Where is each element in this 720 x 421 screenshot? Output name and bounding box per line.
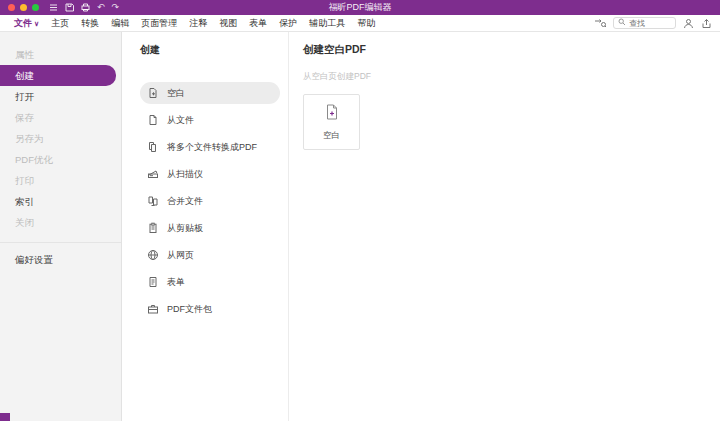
multiple-files-icon <box>147 141 159 153</box>
sidebar-item-properties: 属性 <box>0 44 121 65</box>
sidebar-item-save: 保存 <box>0 107 121 128</box>
redo-icon[interactable]: ↷ <box>112 3 120 12</box>
create-item-from-web[interactable]: 从网页 <box>140 244 280 266</box>
menu-view[interactable]: 视图 <box>213 15 243 32</box>
menu-accessibility[interactable]: 辅助工具 <box>303 15 351 32</box>
create-item-from-clipboard[interactable]: 从剪贴板 <box>140 217 280 239</box>
menu-file[interactable]: 文件∨ <box>8 15 45 32</box>
menu-form[interactable]: 表单 <box>243 15 273 32</box>
card-label: 空白 <box>323 130 340 142</box>
chevron-down-icon: ∨ <box>34 20 39 27</box>
find-and-replace-icon[interactable] <box>594 18 606 28</box>
menu-edit[interactable]: 编辑 <box>105 15 135 32</box>
create-item-pdf-portfolio[interactable]: PDF文件包 <box>140 298 280 320</box>
scanner-icon <box>147 168 159 180</box>
blank-doc-icon <box>147 87 159 99</box>
form-icon <box>147 276 159 288</box>
create-item-label: 将多个文件转换成PDF <box>167 141 257 154</box>
menu-page-organize[interactable]: 页面管理 <box>135 15 183 32</box>
new-blank-doc-icon <box>323 103 341 125</box>
clipboard-icon <box>147 222 159 234</box>
detail-panel: 创建空白PDF 从空白页创建PDF 空白 <box>289 32 720 421</box>
sidebar-item-print: 打印 <box>0 170 121 191</box>
panel-title: 创建 <box>140 43 288 57</box>
create-item-form[interactable]: 表单 <box>140 271 280 293</box>
share-icon[interactable] <box>701 18 712 29</box>
create-item-label: 从扫描仪 <box>167 168 203 181</box>
create-options-panel: 创建 空白 从文件 将多个文件转换成PDF 从扫描仪 <box>122 32 289 421</box>
maximize-window-button[interactable] <box>32 4 39 11</box>
sidebar-item-save-as: 另存为 <box>0 128 121 149</box>
menu-help[interactable]: 帮助 <box>351 15 381 32</box>
blank-pdf-card[interactable]: 空白 <box>303 94 360 150</box>
app-window: ↶ ↷ 福昕PDF编辑器 文件∨ 主页 转换 编辑 页面管理 注释 视图 表单 … <box>0 0 720 421</box>
sidebar-item-open[interactable]: 打开 <box>0 86 121 107</box>
save-icon[interactable] <box>65 3 74 12</box>
create-item-label: 从文件 <box>167 114 194 127</box>
minimize-window-button[interactable] <box>20 4 27 11</box>
create-item-combine-files[interactable]: 合并文件 <box>140 190 280 212</box>
close-window-button[interactable] <box>8 4 15 11</box>
portfolio-icon <box>147 303 159 315</box>
create-item-label: 合并文件 <box>167 195 203 208</box>
window-controls <box>8 4 39 11</box>
sidebar-item-pdf-optimize: PDF优化 <box>0 149 121 170</box>
sidebar-item-create[interactable]: 创建 <box>0 65 116 86</box>
undo-icon[interactable]: ↶ <box>97 3 105 12</box>
create-item-label: PDF文件包 <box>167 303 212 316</box>
search-box <box>613 17 676 29</box>
menu-home[interactable]: 主页 <box>45 15 75 32</box>
print-icon[interactable] <box>81 3 90 12</box>
globe-icon <box>147 249 159 261</box>
account-icon[interactable] <box>683 18 694 29</box>
sidebar: 属性 创建 打开 保存 另存为 PDF优化 打印 索引 关闭 偏好设置 <box>0 32 122 421</box>
create-item-label: 表单 <box>167 276 185 289</box>
sidebar-item-index[interactable]: 索引 <box>0 191 121 212</box>
backstage-view: 属性 创建 打开 保存 另存为 PDF优化 打印 索引 关闭 偏好设置 创建 空… <box>0 32 720 421</box>
menu-file-label: 文件 <box>14 18 32 28</box>
menu-icon[interactable] <box>49 3 58 12</box>
create-item-blank[interactable]: 空白 <box>140 82 280 104</box>
create-item-from-file[interactable]: 从文件 <box>140 109 280 131</box>
menu-comment[interactable]: 注释 <box>183 15 213 32</box>
create-item-label: 从网页 <box>167 249 194 262</box>
menu-convert[interactable]: 转换 <box>75 15 105 32</box>
create-item-convert-multiple[interactable]: 将多个文件转换成PDF <box>140 136 280 158</box>
detail-subtitle: 从空白页创建PDF <box>303 71 720 83</box>
file-icon <box>147 114 159 126</box>
detail-title: 创建空白PDF <box>303 43 720 57</box>
sidebar-divider <box>0 242 121 243</box>
create-item-label: 空白 <box>167 87 185 100</box>
search-icon <box>618 18 626 28</box>
create-item-from-scanner[interactable]: 从扫描仪 <box>140 163 280 185</box>
combine-files-icon <box>147 195 159 207</box>
search-input[interactable] <box>629 19 671 28</box>
create-item-label: 从剪贴板 <box>167 222 203 235</box>
titlebar: ↶ ↷ 福昕PDF编辑器 <box>0 0 720 15</box>
menubar: 文件∨ 主页 转换 编辑 页面管理 注释 视图 表单 保护 辅助工具 帮助 <box>0 15 720 32</box>
sidebar-item-close: 关闭 <box>0 212 121 233</box>
menu-protect[interactable]: 保护 <box>273 15 303 32</box>
sidebar-item-preferences[interactable]: 偏好设置 <box>0 249 121 270</box>
corner-accent <box>0 413 10 421</box>
